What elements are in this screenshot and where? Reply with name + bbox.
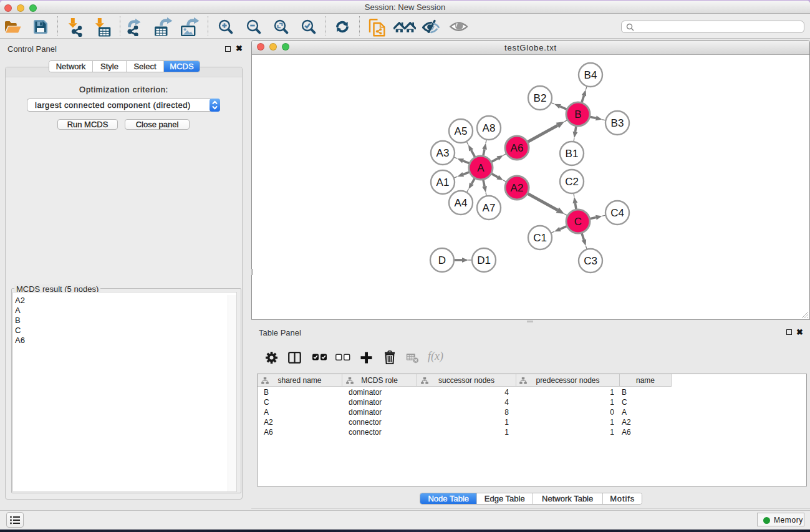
svg-text:D1: D1 [477, 254, 491, 266]
svg-text:C1: C1 [533, 232, 547, 244]
svg-text:A7: A7 [483, 202, 496, 214]
svg-text:C2: C2 [565, 176, 579, 188]
svg-text:A8: A8 [483, 122, 496, 134]
svg-text:C: C [574, 216, 582, 228]
svg-text:A4: A4 [455, 197, 468, 209]
svg-text:A: A [477, 162, 485, 174]
svg-text:B4: B4 [584, 69, 597, 81]
svg-text:A5: A5 [455, 125, 468, 137]
svg-text:B3: B3 [611, 117, 624, 129]
svg-text:A6: A6 [511, 142, 524, 154]
svg-text:B: B [574, 109, 581, 120]
svg-text:B1: B1 [566, 148, 579, 160]
svg-text:D: D [438, 254, 446, 266]
svg-text:B2: B2 [534, 92, 547, 104]
svg-text:A1: A1 [436, 177, 450, 188]
svg-text:C4: C4 [610, 207, 624, 219]
svg-text:C3: C3 [584, 255, 597, 267]
svg-text:A2: A2 [511, 182, 524, 194]
svg-text:A3: A3 [436, 147, 450, 159]
